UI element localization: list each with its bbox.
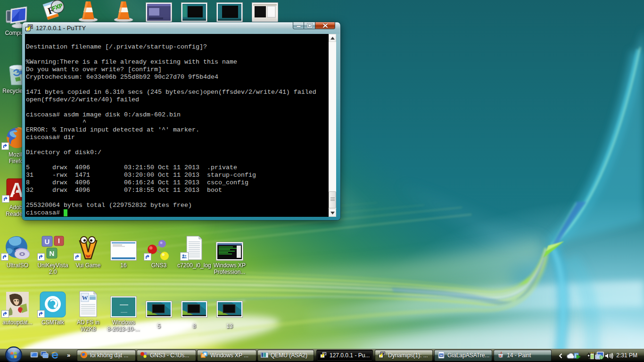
svg-text:I: I — [58, 237, 60, 245]
svg-text:W: W — [82, 294, 88, 301]
svg-text:U: U — [45, 238, 50, 246]
svg-text:N: N — [50, 249, 55, 257]
svg-text:W: W — [440, 354, 443, 357]
